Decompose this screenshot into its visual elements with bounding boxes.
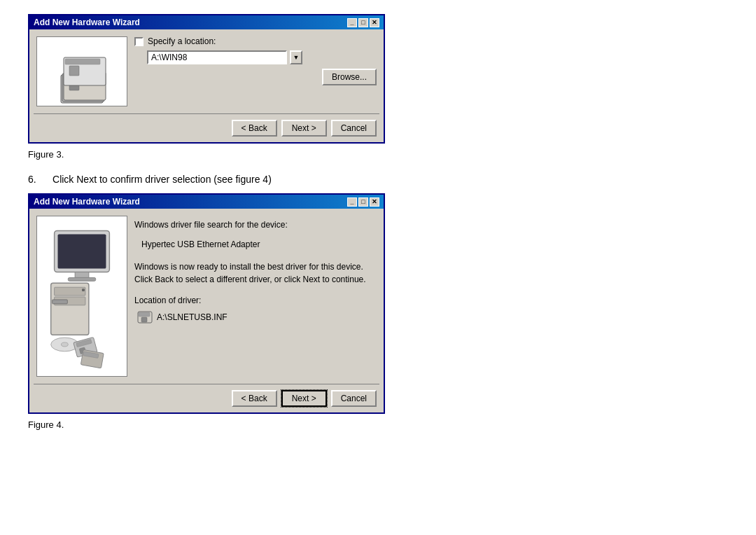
titlebar-buttons: _ □ ✕ (347, 18, 379, 27)
dropdown-arrow-icon[interactable]: ▼ (290, 50, 302, 64)
figure4-image (36, 216, 127, 377)
figure3-footer: < Back Next > Cancel (29, 114, 384, 142)
browse-btn-row: Browse... (134, 69, 377, 85)
svg-rect-13 (55, 287, 85, 296)
svg-point-18 (61, 342, 68, 347)
svg-rect-15 (82, 289, 85, 291)
figure4-search-title: Windows driver file search for the devic… (134, 218, 377, 231)
close-button[interactable]: ✕ (370, 18, 379, 27)
step6-text: 6. Click Next to confirm driver selectio… (28, 174, 728, 185)
specify-checkbox[interactable] (134, 37, 144, 46)
back-button[interactable]: < Back (232, 120, 277, 137)
figure3-wizard: Add New Hardware Wizard _ □ ✕ (28, 14, 385, 144)
svg-rect-25 (139, 312, 150, 317)
path-dropdown[interactable]: A:\WIN98 (147, 50, 287, 64)
minimize-button[interactable]: _ (347, 18, 357, 27)
figure4-body: Windows driver file search for the devic… (29, 209, 384, 384)
cancel-button[interactable]: Cancel (331, 120, 377, 137)
figure4-titlebar-buttons: _ □ ✕ (347, 197, 379, 207)
specify-label: Specify a location: (148, 36, 216, 46)
figure3-caption: Figure 3. (28, 149, 728, 160)
figure4-wizard: Add New Hardware Wizard _ □ ✕ (28, 193, 385, 414)
svg-rect-9 (58, 234, 106, 268)
figure3-title: Add New Hardware Wizard (34, 18, 140, 27)
figure3-image (36, 36, 127, 106)
figure4-location-path: A:\SLNETUSB.INF (157, 311, 227, 324)
browse-button[interactable]: Browse... (322, 69, 377, 85)
step6-number: 6. (28, 174, 36, 185)
figure3-titlebar: Add New Hardware Wizard _ □ ✕ (29, 15, 384, 29)
figure4-device-name: Hypertec USB Ethernet Adapter (134, 238, 377, 251)
figure4-title: Add New Hardware Wizard (34, 197, 140, 207)
svg-rect-7 (69, 66, 79, 76)
figure4-cancel-button[interactable]: Cancel (331, 390, 377, 407)
next-button[interactable]: Next > (281, 120, 327, 137)
figure4-maximize-button[interactable]: □ (358, 197, 368, 207)
maximize-button[interactable]: □ (358, 18, 368, 27)
figure4-minimize-button[interactable]: _ (347, 197, 357, 207)
figure4-caption: Figure 4. (28, 419, 728, 430)
svg-rect-6 (65, 59, 100, 64)
path-dropdown-row: A:\WIN98 ▼ (134, 50, 377, 64)
figure3-body: Specify a location: A:\WIN98 ▼ Browse... (29, 29, 384, 113)
computer-illustration (37, 216, 127, 377)
disks-illustration (40, 36, 124, 106)
figure4-location: A:\SLNETUSB.INF (134, 311, 377, 324)
floppy-icon (137, 311, 153, 324)
figure3-content: Specify a location: A:\WIN98 ▼ Browse... (134, 36, 377, 106)
figure4-body-text: Windows is now ready to install the best… (134, 260, 377, 286)
figure4-location-label: Location of driver: (134, 294, 377, 307)
step6-instruction: Click Next to confirm driver selection (… (52, 174, 272, 185)
specify-row: Specify a location: (134, 36, 377, 46)
figure4-titlebar: Add New Hardware Wizard _ □ ✕ (29, 195, 384, 209)
figure4-close-button[interactable]: ✕ (370, 197, 379, 207)
svg-rect-16 (52, 300, 68, 304)
figure4-back-button[interactable]: < Back (232, 390, 277, 407)
figure4-next-button[interactable]: Next > (281, 390, 327, 407)
svg-rect-11 (68, 277, 95, 281)
svg-rect-10 (75, 272, 89, 278)
svg-rect-26 (141, 317, 147, 322)
figure4-content: Windows driver file search for the devic… (134, 216, 377, 377)
figure4-footer: < Back Next > Cancel (29, 384, 384, 412)
